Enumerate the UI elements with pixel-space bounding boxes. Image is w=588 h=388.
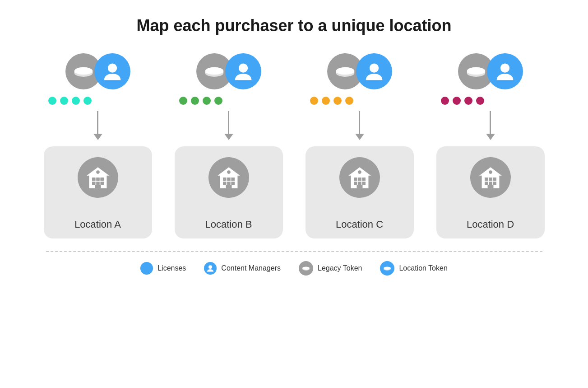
column-d: Location D xyxy=(432,53,549,238)
user-icon-d xyxy=(487,53,523,89)
location-label-a: Location A xyxy=(74,219,121,230)
location-card-b: Location B xyxy=(175,146,283,238)
building-icon-c xyxy=(339,157,380,198)
svg-point-28 xyxy=(96,170,100,174)
building-icon-b xyxy=(208,157,249,198)
arrow-head-c xyxy=(355,134,364,140)
card-dots-d xyxy=(469,205,512,213)
dots-b xyxy=(170,97,287,105)
arrow-line-a xyxy=(97,111,98,134)
svg-point-42 xyxy=(227,170,231,174)
building-icon-d xyxy=(470,157,511,198)
card-dot-a-1 xyxy=(76,205,84,213)
svg-rect-27 xyxy=(95,185,101,188)
top-icons-d xyxy=(458,53,523,89)
legend-legacy-token: Legacy Token xyxy=(299,261,362,276)
page-title: Map each purchaser to a unique location xyxy=(136,16,451,35)
card-dot-a-3 xyxy=(100,205,108,213)
svg-rect-45 xyxy=(336,71,354,73)
svg-rect-64 xyxy=(489,178,492,181)
svg-rect-35 xyxy=(223,178,227,181)
svg-rect-54 xyxy=(362,182,366,185)
dot-b-1 xyxy=(179,97,187,105)
svg-rect-17 xyxy=(74,71,92,73)
arrow-c xyxy=(355,111,364,140)
divider xyxy=(46,251,542,252)
legend-licenses-label: Licenses xyxy=(157,264,186,272)
card-dot-d-4 xyxy=(504,205,512,213)
card-dot-d-1 xyxy=(469,205,477,213)
user-icon-b xyxy=(225,53,261,89)
legend-location-token: Location Token xyxy=(380,261,447,276)
dot-b-2 xyxy=(191,97,199,105)
main-content: Location A xyxy=(0,53,588,238)
legend-content-managers: Content Managers xyxy=(204,262,281,275)
location-card-a: Location A xyxy=(44,146,152,238)
arrow-a xyxy=(93,111,102,140)
card-dot-b-1 xyxy=(207,205,215,213)
svg-point-70 xyxy=(489,170,492,174)
svg-rect-66 xyxy=(485,182,488,185)
location-label-c: Location C xyxy=(336,219,383,230)
svg-rect-41 xyxy=(226,185,231,188)
svg-rect-67 xyxy=(489,182,492,185)
dot-c-2 xyxy=(322,97,330,105)
svg-rect-24 xyxy=(92,182,96,185)
arrow-line-d xyxy=(490,111,491,134)
svg-point-71 xyxy=(208,265,212,269)
svg-rect-59 xyxy=(467,71,485,73)
dot-a-1 xyxy=(48,97,56,105)
svg-point-18 xyxy=(107,64,116,73)
card-dot-c-4 xyxy=(373,205,381,213)
arrow-head-d xyxy=(486,134,495,140)
card-dot-b-4 xyxy=(242,205,250,213)
location-label-b: Location B xyxy=(205,219,252,230)
card-dot-d-3 xyxy=(492,205,500,213)
card-dot-c-3 xyxy=(361,205,370,213)
svg-rect-38 xyxy=(223,182,227,185)
arrow-d xyxy=(486,111,495,140)
card-dot-b-3 xyxy=(231,205,239,213)
top-icons-a xyxy=(65,53,130,89)
column-a: Location A xyxy=(39,53,157,238)
svg-rect-68 xyxy=(493,182,496,185)
column-c: Location C xyxy=(301,53,418,238)
user-icon-c xyxy=(356,53,392,89)
svg-rect-52 xyxy=(354,182,357,185)
svg-rect-36 xyxy=(227,178,231,181)
arrow-line-b xyxy=(228,111,229,134)
dots-a xyxy=(39,97,157,105)
svg-rect-51 xyxy=(362,178,366,181)
svg-rect-37 xyxy=(231,178,235,181)
legend-location-token-label: Location Token xyxy=(399,264,447,272)
svg-rect-63 xyxy=(485,178,488,181)
location-label-d: Location D xyxy=(467,219,514,230)
dot-a-4 xyxy=(83,97,92,105)
svg-point-56 xyxy=(358,170,361,174)
svg-rect-53 xyxy=(358,182,361,185)
svg-rect-22 xyxy=(96,178,100,181)
svg-point-73 xyxy=(302,266,310,269)
svg-rect-49 xyxy=(354,178,357,181)
top-icons-c xyxy=(327,53,392,89)
dot-c-4 xyxy=(345,97,353,105)
dot-d-1 xyxy=(441,97,449,105)
dot-d-4 xyxy=(476,97,484,105)
svg-rect-21 xyxy=(92,178,96,181)
arrow-head-b xyxy=(224,134,233,140)
svg-point-32 xyxy=(238,64,247,73)
card-dots-c xyxy=(338,205,381,213)
card-dot-b-2 xyxy=(219,205,227,213)
card-dot-a-4 xyxy=(111,205,120,213)
svg-rect-23 xyxy=(100,178,104,181)
arrow-head-a xyxy=(93,134,102,140)
card-dots-a xyxy=(76,205,120,213)
svg-rect-55 xyxy=(357,185,362,188)
building-icon-a xyxy=(78,157,118,198)
legend-licenses: Licenses xyxy=(140,262,186,275)
dot-b-4 xyxy=(214,97,222,105)
dot-b-3 xyxy=(203,97,211,105)
user-icon-a xyxy=(94,53,130,89)
svg-rect-40 xyxy=(231,182,235,185)
card-dot-a-2 xyxy=(88,205,96,213)
